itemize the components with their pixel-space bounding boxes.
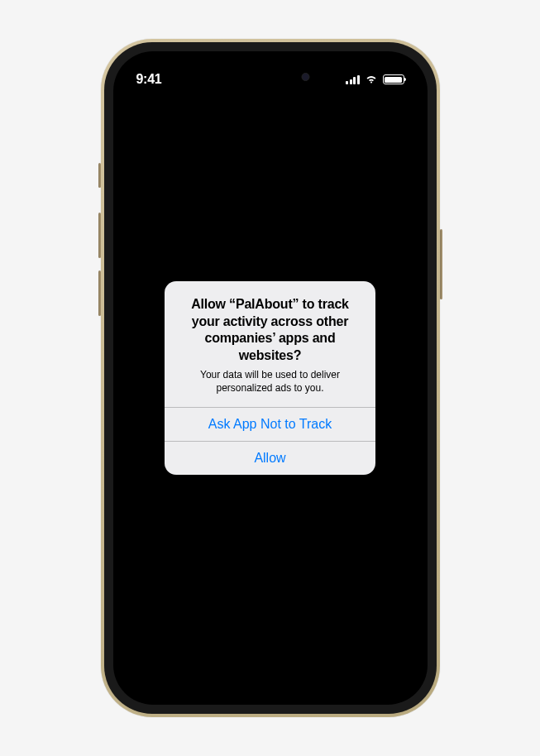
front-camera bbox=[301, 73, 309, 81]
status-time: 9:41 bbox=[136, 72, 162, 87]
dialog-title: Allow “PalAbout” to track your activity … bbox=[178, 296, 362, 365]
phone-device-frame: 9:41 bbox=[101, 39, 440, 717]
power-button bbox=[440, 229, 442, 299]
dialog-overlay: Allow “PalAbout” to track your activity … bbox=[113, 51, 428, 705]
phone-bezel: 9:41 bbox=[104, 42, 437, 714]
dialog-content: Allow “PalAbout” to track your activity … bbox=[165, 281, 375, 408]
volume-up-button bbox=[98, 213, 101, 258]
tracking-permission-dialog: Allow “PalAbout” to track your activity … bbox=[165, 281, 375, 476]
ask-not-to-track-button[interactable]: Ask App Not to Track bbox=[165, 407, 375, 441]
battery-icon bbox=[383, 74, 404, 84]
status-icons bbox=[346, 74, 404, 84]
mute-switch bbox=[98, 163, 101, 188]
allow-button[interactable]: Allow bbox=[165, 441, 375, 475]
dialog-buttons: Ask App Not to Track Allow bbox=[165, 407, 375, 475]
volume-down-button bbox=[98, 270, 101, 316]
dynamic-island bbox=[222, 63, 318, 90]
cellular-signal-icon bbox=[346, 75, 360, 84]
dialog-message: Your data will be used to deliver person… bbox=[178, 368, 362, 395]
wifi-icon bbox=[365, 74, 378, 84]
phone-screen: 9:41 bbox=[113, 51, 428, 705]
